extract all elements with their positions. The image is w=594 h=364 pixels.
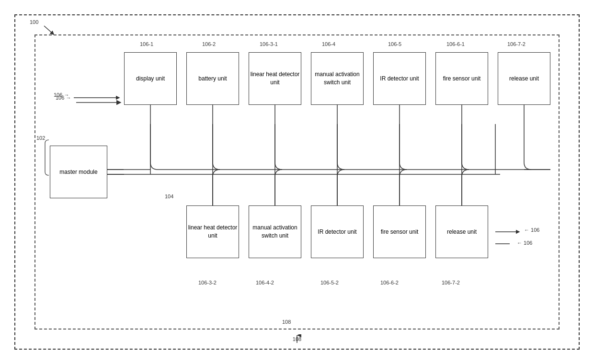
master-module-box: master module <box>50 146 107 198</box>
linear-heat-1-box: linear heat detector unit <box>249 52 301 105</box>
label-104: 104 <box>165 193 173 199</box>
manual-switch-2-box: manual activation switch unit <box>249 205 301 258</box>
ir-detector-2-label: IR detector unit <box>318 228 356 236</box>
release-unit-2-box: release unit <box>435 205 488 258</box>
display-unit-box: display unit <box>124 52 177 105</box>
display-unit-label: display unit <box>136 75 165 83</box>
master-module-label: master module <box>59 168 97 176</box>
fire-sensor-1-box: fire sensor unit <box>435 52 488 105</box>
label-106-6-2: 106-6-2 <box>380 280 399 285</box>
manual-switch-1-label: manual activation switch unit <box>311 70 363 87</box>
label-102: 102 <box>36 135 45 141</box>
diagram-inner: 106-1 106-2 106-3-1 106-4 106-5 106-6-1 … <box>34 34 560 330</box>
linear-heat-1-label: linear heat detector unit <box>249 70 301 87</box>
battery-unit-box: battery unit <box>186 52 239 105</box>
label-108-outer: 108 <box>293 336 301 342</box>
manual-switch-2-label: manual activation switch unit <box>249 224 301 240</box>
label-106-7-2-top: 106-7-2 <box>507 41 525 47</box>
diagram-outer: 100 <box>14 14 580 350</box>
release-unit-1-label: release unit <box>509 75 539 83</box>
label-108: 108 <box>282 319 291 325</box>
fire-sensor-2-box: fire sensor unit <box>373 205 426 258</box>
label-106-7-2-bot: 106-7-2 <box>442 280 460 285</box>
linear-heat-2-box: linear heat detector unit <box>186 205 239 258</box>
battery-unit-label: battery unit <box>198 75 227 83</box>
svg-line-0 <box>44 26 53 34</box>
outer-label: 100 <box>30 19 38 25</box>
label-106-right: ← 106 <box>517 240 532 246</box>
ir-detector-1-box: IR detector unit <box>373 52 426 105</box>
label-106-1: 106-1 <box>140 41 153 47</box>
manual-switch-1-box: manual activation switch unit <box>311 52 364 105</box>
release-unit-2-label: release unit <box>447 228 477 236</box>
release-unit-1-box: release unit <box>498 52 550 105</box>
label-106-4: 106-4 <box>322 41 335 47</box>
ir-detector-1-label: IR detector unit <box>380 75 419 83</box>
fire-sensor-1-label: fire sensor unit <box>443 75 481 83</box>
label-106-4-2: 106-4-2 <box>256 280 274 285</box>
label-106-arrow-right: ← 106 <box>524 227 539 233</box>
label-106-3-2: 106-3-2 <box>198 280 217 285</box>
label-106-5-2: 106-5-2 <box>320 280 339 285</box>
fire-sensor-2-label: fire sensor unit <box>381 228 419 236</box>
label-106-5: 106-5 <box>388 41 401 47</box>
label-106-6-1: 106-6-1 <box>446 41 465 47</box>
label-106-3-1: 106-3-1 <box>260 41 278 47</box>
ir-detector-2-box: IR detector unit <box>311 205 364 258</box>
label-106-arrow-left: 106 → <box>54 92 69 98</box>
label-106-2: 106-2 <box>202 41 216 47</box>
linear-heat-2-label: linear heat detector unit <box>187 224 239 240</box>
